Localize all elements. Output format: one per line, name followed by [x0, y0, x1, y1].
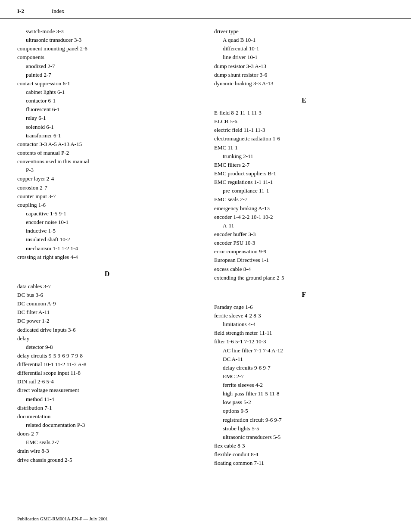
- list-item: ultrasonic transducer 3-3: [17, 36, 197, 44]
- list-item: Faraday cage 1-6: [214, 303, 394, 311]
- list-item: European Directives 1-1: [214, 256, 394, 264]
- right-intro-entries: driver type A quad B 10-1 differential 1…: [214, 27, 394, 88]
- intro-entries: switch-mode 3-3 ultrasonic transducer 3-…: [17, 27, 197, 261]
- left-column: switch-mode 3-3 ultrasonic transducer 3-…: [17, 27, 206, 467]
- list-item: A-11: [214, 221, 394, 230]
- list-item: documentation: [17, 412, 197, 421]
- list-item: DC A-11: [214, 355, 394, 364]
- list-item: switch-mode 3-3: [17, 27, 197, 36]
- list-item: capacitive 1-5 9-1: [17, 209, 197, 218]
- list-item: anodized 2-7: [17, 62, 197, 71]
- list-item: dynamic braking 3-3 A-13: [214, 79, 394, 88]
- list-item: extending the ground plane 2-5: [214, 274, 394, 282]
- list-item: P-3: [17, 166, 197, 174]
- list-item: delay circuits 9-5 9-6 9-7 9-8: [17, 352, 197, 360]
- list-item: inductive 1-5: [17, 227, 197, 235]
- list-item: insulated shaft 10-2: [17, 235, 197, 244]
- list-item: DC power 1-2: [17, 317, 197, 325]
- list-item: options 9-5: [214, 407, 394, 415]
- list-item: driver type: [214, 27, 394, 36]
- list-item: excess cable 8-4: [214, 265, 394, 274]
- list-item: line driver 10-1: [214, 53, 394, 62]
- list-item: ferrite sleeve 4-2 8-3: [214, 311, 394, 320]
- list-item: electric field 11-1 11-3: [214, 126, 394, 134]
- list-item: encoder PSU 10-3: [214, 239, 394, 247]
- list-item: cabinet lights 6-1: [17, 88, 197, 96]
- list-item: drive chassis ground 2-5: [17, 456, 197, 464]
- list-item: differential scope input 11-8: [17, 369, 197, 377]
- list-item: EMC regulations 1-1 11-1: [214, 178, 394, 187]
- section-d-header: D: [17, 270, 197, 278]
- list-item: low pass 5-2: [214, 398, 394, 407]
- list-item: DC bus 3-6: [17, 291, 197, 299]
- list-item: dump shunt resistor 3-6: [214, 71, 394, 79]
- footer-text: Publication GMC-RM001A-EN-P — July 2001: [17, 516, 108, 521]
- list-item: painted 2-7: [17, 71, 197, 79]
- list-item: ELCB 5-6: [214, 117, 394, 126]
- list-item: direct voltage measurement: [17, 386, 197, 395]
- list-item: components: [17, 53, 197, 62]
- list-item: EMC 11-1: [214, 143, 394, 152]
- list-item: method 11-4: [17, 395, 197, 404]
- list-item: copper layer 2-4: [17, 174, 197, 183]
- list-item: error compensation 9-9: [214, 247, 394, 256]
- list-item: high-pass filter 11-5 11-8: [214, 389, 394, 398]
- list-item: coupling 1-6: [17, 201, 197, 209]
- list-item: A quad B 10-1: [214, 36, 394, 44]
- list-item: limitations 4-4: [214, 320, 394, 329]
- list-item: drain wire 8-3: [17, 447, 197, 455]
- list-item: encoder buffer 3-3: [214, 230, 394, 239]
- list-item: contact suppression 6-1: [17, 79, 197, 88]
- section-e-header: E: [214, 96, 394, 104]
- list-item: dedicated drive inputs 3-6: [17, 326, 197, 334]
- list-item: transformer 6-1: [17, 131, 197, 140]
- list-item: DIN rail 2-6 5-4: [17, 377, 197, 386]
- d-section: D data cables 3-7 DC bus 3-6 DC common A…: [17, 270, 197, 464]
- footer: Publication GMC-RM001A-EN-P — July 2001: [17, 516, 394, 521]
- list-item: ultrasonic transducers 5-5: [214, 433, 394, 442]
- list-item: emergency braking A-13: [214, 204, 394, 213]
- list-item: field strength meter 11-11: [214, 329, 394, 337]
- list-item: registration circuit 9-6 9-7: [214, 416, 394, 424]
- list-item: differential 10-1 11-2 11-7 A-8: [17, 360, 197, 369]
- list-item: fluorescent 6-1: [17, 105, 197, 114]
- list-item: flex cable 8-3: [214, 442, 394, 450]
- list-item: pre-compliance 11-1: [214, 187, 394, 195]
- list-item: DC filter A-11: [17, 308, 197, 317]
- section-f-header: F: [214, 291, 394, 299]
- list-item: data cables 3-7: [17, 282, 197, 291]
- list-item: EMC seals 2-7: [214, 195, 394, 204]
- list-item: contents of manual P-2: [17, 149, 197, 157]
- list-item: ferrite sleeves 4-2: [214, 381, 394, 389]
- list-item: filter 1-6 5-1 7-12 10-3: [214, 337, 394, 346]
- content-area: switch-mode 3-3 ultrasonic transducer 3-…: [0, 19, 411, 485]
- page: I-2 Index switch-mode 3-3 ultrasonic tra…: [0, 0, 411, 532]
- list-item: DC common A-9: [17, 299, 197, 308]
- page-header: I-2 Index: [0, 0, 411, 19]
- list-item: delay circuits 9-6 9-7: [214, 364, 394, 372]
- list-item: doors 2-7: [17, 429, 197, 438]
- list-item: EMC 2-7: [214, 372, 394, 381]
- list-item: contactor 6-1: [17, 96, 197, 105]
- list-item: corrosion 2-7: [17, 184, 197, 192]
- list-item: encoder 1-4 2-2 10-1 10-2: [214, 213, 394, 221]
- list-item: dump resistor 3-3 A-13: [214, 62, 394, 71]
- section-title: Index: [43, 8, 65, 15]
- list-item: mechanism 1-1 1-2 1-4: [17, 244, 197, 253]
- list-item: contactor 3-3 A-5 A-13 A-15: [17, 140, 197, 149]
- list-item: detector 9-8: [17, 343, 197, 352]
- list-item: relay 6-1: [17, 114, 197, 122]
- list-item: EMC seals 2-7: [17, 438, 197, 447]
- e-section: E E-field 8-2 11-1 11-3 ELCB 5-6 electri…: [214, 96, 394, 282]
- right-column: driver type A quad B 10-1 differential 1…: [206, 27, 394, 467]
- list-item: crossing at right angles 4-4: [17, 253, 197, 261]
- list-item: AC line filter 7-1 7-4 A-12: [214, 346, 394, 355]
- list-item: component mounting panel 2-6: [17, 44, 197, 53]
- list-item: counter input 3-7: [17, 192, 197, 201]
- list-item: differential 10-1: [214, 44, 394, 53]
- list-item: trunking 2-11: [214, 152, 394, 161]
- list-item: delay: [17, 334, 197, 343]
- list-item: EMC product suppliers B-1: [214, 169, 394, 178]
- list-item: floating common 7-11: [214, 459, 394, 467]
- list-item: conventions used in this manual: [17, 157, 197, 166]
